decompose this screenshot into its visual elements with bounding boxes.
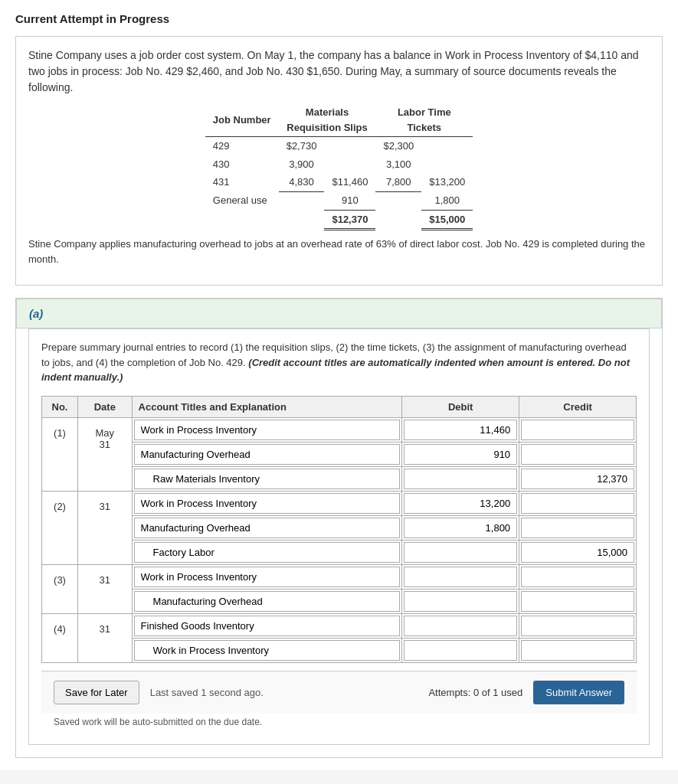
entry-4-debit-2[interactable] bbox=[404, 640, 517, 661]
table-row: 430 3,900 3,100 bbox=[205, 155, 473, 174]
instruction-text: Prepare summary journal entries to recor… bbox=[41, 340, 637, 385]
entry-1-account-2[interactable] bbox=[134, 444, 401, 465]
entry-3-credit-1[interactable] bbox=[521, 567, 634, 587]
entry-1-date: May31 bbox=[78, 417, 133, 491]
entry-2-account-1[interactable] bbox=[134, 493, 401, 514]
footer-right: Attempts: 0 of 1 used Submit Answer bbox=[428, 681, 624, 704]
entry-3-account-2[interactable] bbox=[134, 591, 401, 612]
footer-bar: Save for Later Last saved 1 second ago. … bbox=[41, 671, 637, 714]
footer-left: Save for Later Last saved 1 second ago. bbox=[54, 681, 264, 704]
saved-text: Last saved 1 second ago. bbox=[150, 687, 264, 698]
attempts-text: Attempts: 0 of 1 used bbox=[428, 687, 522, 698]
entry-4-debit-1[interactable] bbox=[404, 616, 517, 636]
description-box: Stine Company uses a job order cost syst… bbox=[15, 36, 663, 286]
table-row-total: $12,370 $15,000 bbox=[205, 210, 473, 230]
entry-4-date: 31 bbox=[78, 613, 133, 662]
entry-2-debit-3[interactable] bbox=[404, 542, 517, 563]
overhead-note: Stine Company applies manufacturing over… bbox=[28, 237, 650, 266]
journal-entry-4-row1: (4) 31 bbox=[42, 613, 637, 638]
entry-4-account-1[interactable] bbox=[134, 616, 401, 636]
entry-2-account-3[interactable] bbox=[134, 542, 401, 563]
description-text: Stine Company uses a job order cost syst… bbox=[28, 47, 650, 96]
table-row: 431 4,830 $11,460 7,800 $13,200 bbox=[205, 173, 473, 191]
section-a: (a) bbox=[16, 299, 662, 328]
col-materials-header: Materials Requisition Slips bbox=[279, 103, 376, 137]
no-header: No. bbox=[42, 396, 78, 417]
auto-submit-note: Saved work will be auto-submitted on the… bbox=[41, 714, 637, 733]
entry-4-no: (4) bbox=[42, 613, 78, 662]
section-a-content: Prepare summary journal entries to recor… bbox=[28, 328, 650, 745]
entry-2-no: (2) bbox=[42, 491, 78, 564]
entry-4-credit-1[interactable] bbox=[521, 616, 634, 636]
entry-1-debit-1[interactable] bbox=[404, 420, 517, 440]
table-row: General use 910 1,800 bbox=[205, 191, 473, 210]
entry-2-debit-1[interactable] bbox=[404, 493, 517, 514]
entry-2-debit-2[interactable] bbox=[404, 518, 517, 538]
entry-1-account-1[interactable] bbox=[134, 420, 401, 440]
entry-2-credit-3[interactable] bbox=[521, 542, 634, 563]
entry-1-debit-3[interactable] bbox=[404, 469, 517, 489]
journal-entry-3-row1: (3) 31 bbox=[42, 564, 637, 589]
entry-2-account-2[interactable] bbox=[134, 518, 401, 538]
entry-3-account-1[interactable] bbox=[134, 567, 401, 587]
entry-2-credit-1[interactable] bbox=[521, 493, 634, 514]
submit-button[interactable]: Submit Answer bbox=[533, 681, 624, 704]
credit-header: Credit bbox=[519, 396, 637, 417]
entry-3-date: 31 bbox=[78, 564, 133, 613]
col-labor-header: Labor Time Tickets bbox=[375, 103, 473, 137]
entry-1-account-3[interactable] bbox=[134, 469, 401, 489]
entry-4-credit-2[interactable] bbox=[521, 640, 634, 661]
journal-table: No. Date Account Titles and Explanation … bbox=[41, 396, 637, 663]
entry-3-debit-2[interactable] bbox=[404, 591, 517, 612]
date-header: Date bbox=[78, 396, 133, 417]
source-data-table: Job Number Materials Requisition Slips L… bbox=[205, 103, 473, 230]
section-a-label: (a) bbox=[17, 299, 661, 328]
entry-1-credit-1[interactable] bbox=[521, 420, 634, 440]
journal-entry-2-row1: (2) 31 bbox=[42, 491, 637, 515]
entry-2-credit-2[interactable] bbox=[521, 518, 634, 538]
entry-3-debit-1[interactable] bbox=[404, 567, 517, 587]
section-a-wrapper: (a) Prepare summary journal entries to r… bbox=[15, 298, 663, 758]
account-header: Account Titles and Explanation bbox=[132, 396, 402, 417]
entry-1-no: (1) bbox=[42, 417, 78, 491]
entry-1-credit-2[interactable] bbox=[521, 444, 634, 465]
journal-entry-1-row1: (1) May31 bbox=[42, 417, 637, 442]
col-job-header: Job Number bbox=[205, 103, 279, 137]
entry-2-date: 31 bbox=[78, 491, 133, 564]
entry-3-no: (3) bbox=[42, 564, 78, 613]
entry-1-debit-2[interactable] bbox=[404, 444, 517, 465]
table-row: 429 $2,730 $2,300 bbox=[205, 137, 473, 155]
save-button[interactable]: Save for Later bbox=[54, 681, 139, 704]
debit-header: Debit bbox=[402, 396, 519, 417]
current-attempt-label: Current Attempt in Progress bbox=[15, 12, 663, 25]
entry-1-credit-3[interactable] bbox=[521, 469, 634, 489]
entry-3-credit-2[interactable] bbox=[521, 591, 634, 612]
entry-4-account-2[interactable] bbox=[134, 640, 401, 661]
